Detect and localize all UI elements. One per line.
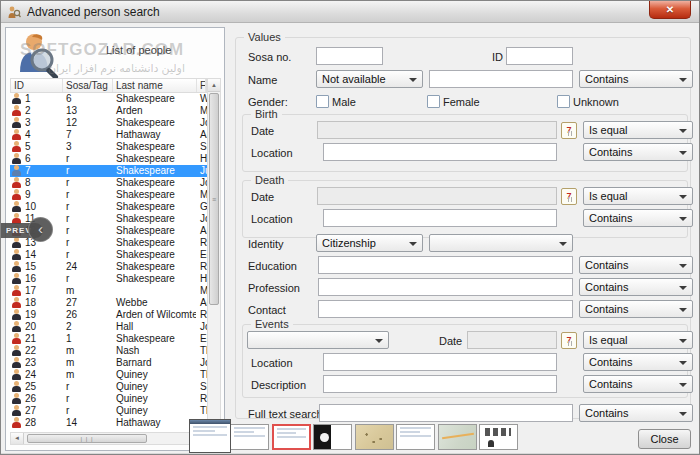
person-icon <box>12 201 21 212</box>
scroll-up-icon[interactable]: ▲ <box>208 79 220 92</box>
table-row[interactable]: 26rQuineyRic <box>10 393 207 405</box>
table-row[interactable]: 16ShakespeareWill <box>10 93 207 105</box>
table-row[interactable]: 202HallJoh <box>10 321 207 333</box>
title-bar[interactable]: Advanced person search ✕ <box>1 1 699 23</box>
name-label: Name <box>248 74 277 86</box>
thumbnail-table-window[interactable] <box>396 424 435 450</box>
id-input[interactable] <box>506 47 573 65</box>
name-type-dropdown[interactable]: Not available <box>316 70 423 88</box>
thumbnail-street-map[interactable] <box>438 424 477 450</box>
table-row[interactable]: 47HathawayAnn <box>10 129 207 141</box>
chevron-down-icon <box>679 217 687 221</box>
profession-match-dropdown[interactable]: Contains <box>579 278 693 296</box>
table-row[interactable]: 9rShakespeareMar <box>10 189 207 201</box>
thumbnail-dark-logo-window[interactable] <box>313 424 352 450</box>
event-description-input[interactable] <box>323 375 557 393</box>
death-location-input[interactable] <box>323 209 557 227</box>
thumbnail-advanced-search[interactable] <box>272 424 311 450</box>
window-title: Advanced person search <box>27 5 160 19</box>
name-match-dropdown[interactable]: Contains <box>579 70 693 88</box>
column-header-id[interactable]: ID <box>11 79 63 92</box>
table-row[interactable]: 14rShakespeareEdm <box>10 249 207 261</box>
event-type-dropdown[interactable] <box>247 331 389 349</box>
values-group-title: Values <box>244 31 285 43</box>
event-date-match-dropdown[interactable]: Is equal <box>583 331 693 349</box>
unknown-checkbox[interactable] <box>557 95 570 108</box>
identity-value-dropdown[interactable] <box>429 234 573 252</box>
chevron-left-icon[interactable]: ‹ <box>28 217 53 242</box>
profession-label: Profession <box>248 282 300 294</box>
death-date-input[interactable] <box>317 187 557 205</box>
app-icon <box>7 5 21 19</box>
contact-match-dropdown[interactable]: Contains <box>579 300 693 318</box>
table-row[interactable]: 1926Arden of WilcomteRob <box>10 309 207 321</box>
education-match-dropdown[interactable]: Contains <box>579 256 693 274</box>
table-row[interactable]: 211ShakespeareEliz <box>10 333 207 345</box>
identity-label: Identity <box>248 238 283 250</box>
thumbnail-people-list-window[interactable] <box>189 419 231 453</box>
death-date-label: Date <box>251 191 274 203</box>
sosa-label: Sosa no. <box>248 51 291 63</box>
vertical-scrollbar[interactable]: ▲ ≡ ▼ <box>207 78 221 445</box>
column-header-lastname[interactable]: Last name <box>113 79 197 92</box>
horizontal-scroll-thumb[interactable]: | | | <box>27 434 147 443</box>
male-checkbox[interactable] <box>316 95 329 108</box>
birth-location-input[interactable] <box>323 143 557 161</box>
sosa-input[interactable] <box>316 47 383 65</box>
chevron-down-icon <box>375 339 383 343</box>
table-row[interactable]: 7rShakespeareJud <box>10 165 207 177</box>
death-location-match-dropdown[interactable]: Contains <box>583 209 693 227</box>
people-table-header[interactable]: ID Sosa/Tag Last name First <box>10 78 207 93</box>
table-row[interactable]: 1827WebbeAgn <box>10 297 207 309</box>
table-row[interactable]: 25rQuineySha <box>10 381 207 393</box>
table-row[interactable]: 23mBarnardJoh <box>10 357 207 369</box>
death-calendar-button[interactable]: 7 <box>561 188 577 205</box>
table-row[interactable]: 10rShakespeareGilb <box>10 201 207 213</box>
horizontal-scrollbar[interactable]: ◄ | | | <box>10 432 207 445</box>
female-checkbox[interactable] <box>427 95 440 108</box>
table-row[interactable]: 22mNashTho <box>10 345 207 357</box>
death-date-match-dropdown[interactable]: Is equal <box>583 187 693 205</box>
birth-location-match-dropdown[interactable]: Contains <box>583 143 693 161</box>
table-row[interactable]: 8rShakespeareJoa <box>10 177 207 189</box>
vertical-scroll-thumb[interactable]: ≡ <box>209 93 219 305</box>
scroll-left-icon[interactable]: ◄ <box>11 433 24 444</box>
window-close-button[interactable]: ✕ <box>649 1 691 19</box>
table-row[interactable]: 53ShakespeareSus <box>10 141 207 153</box>
profession-input[interactable] <box>318 278 573 296</box>
event-date-input[interactable] <box>467 331 557 349</box>
event-calendar-button[interactable]: 7 <box>561 332 577 349</box>
education-input[interactable] <box>318 256 573 274</box>
table-row[interactable]: 27rQuineyTho <box>10 405 207 417</box>
person-icon <box>12 165 21 176</box>
table-row[interactable]: 312ShakespeareJoh <box>10 117 207 129</box>
event-description-match-dropdown[interactable]: Contains <box>583 375 693 393</box>
thumbnail-icons-window[interactable] <box>479 424 518 450</box>
birth-calendar-button[interactable]: 7 <box>561 122 577 139</box>
table-row[interactable]: 2814Hathaway <box>10 417 207 429</box>
event-location-input[interactable] <box>323 353 557 371</box>
fulltext-input[interactable] <box>319 404 573 422</box>
thumbnail-old-map[interactable] <box>355 424 394 450</box>
name-input[interactable] <box>429 70 573 88</box>
table-row[interactable]: 6rShakespeareHar <box>10 153 207 165</box>
fulltext-match-dropdown[interactable]: Contains <box>579 404 693 422</box>
column-header-firstname[interactable]: First <box>197 79 206 92</box>
close-button[interactable]: Close <box>638 429 691 449</box>
table-row[interactable]: 24mQuineyTho <box>10 369 207 381</box>
identity-type-dropdown[interactable]: Citizenship <box>316 234 423 252</box>
event-location-match-dropdown[interactable]: Contains <box>583 353 693 371</box>
contact-input[interactable] <box>318 300 573 318</box>
birth-date-input[interactable] <box>317 121 557 139</box>
chevron-down-icon <box>679 151 687 155</box>
person-icon <box>12 321 21 332</box>
person-icon <box>12 177 21 188</box>
table-row[interactable]: 213ArdenMar <box>10 105 207 117</box>
table-row[interactable]: 1524ShakespeareRic <box>10 261 207 273</box>
table-row[interactable]: 17mMar <box>10 285 207 297</box>
table-row[interactable]: 16rShakespeareHer <box>10 273 207 285</box>
column-header-sosa[interactable]: Sosa/Tag <box>63 79 113 92</box>
birth-date-match-dropdown[interactable]: Is equal <box>583 121 693 139</box>
thumbnail-form-window[interactable] <box>230 424 269 450</box>
gender-label: Gender: <box>248 96 288 108</box>
